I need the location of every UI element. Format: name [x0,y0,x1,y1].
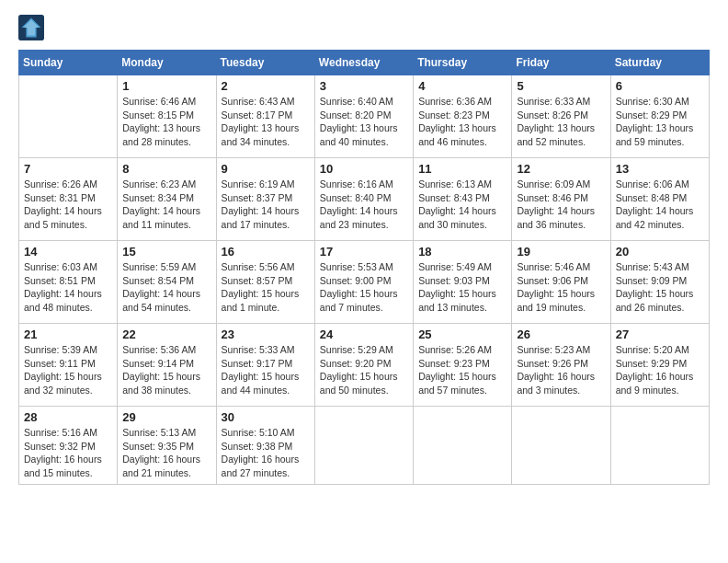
day-cell: 7Sunrise: 6:26 AMSunset: 8:31 PMDaylight… [19,158,118,241]
day-cell: 16Sunrise: 5:56 AMSunset: 8:57 PMDayligh… [216,241,314,324]
day-number: 13 [616,162,704,176]
day-number: 8 [122,162,210,176]
day-info: Sunrise: 6:16 AMSunset: 8:40 PMDaylight:… [320,178,408,232]
day-info: Sunrise: 5:59 AMSunset: 8:54 PMDaylight:… [122,260,210,315]
day-cell: 15Sunrise: 5:59 AMSunset: 8:54 PMDayligh… [118,241,216,324]
day-info: Sunrise: 5:33 AMSunset: 9:17 PMDaylight:… [222,343,310,397]
day-info: Sunrise: 6:19 AMSunset: 8:37 PMDaylight:… [222,178,310,232]
day-number: 19 [517,245,605,259]
day-info: Sunrise: 5:29 AMSunset: 9:20 PMDaylight:… [320,343,408,397]
day-info: Sunrise: 6:40 AMSunset: 8:20 PMDaylight:… [320,95,408,149]
day-info: Sunrise: 5:16 AMSunset: 9:32 PMDaylight:… [24,426,112,480]
day-cell: 9Sunrise: 6:19 AMSunset: 8:37 PMDaylight… [216,158,314,241]
day-info: Sunrise: 6:46 AMSunset: 8:15 PMDaylight:… [122,95,210,149]
day-number: 16 [222,245,310,259]
day-info: Sunrise: 6:26 AMSunset: 8:31 PMDaylight:… [24,178,112,232]
day-cell: 21Sunrise: 5:39 AMSunset: 9:11 PMDayligh… [19,324,118,407]
day-info: Sunrise: 6:06 AMSunset: 8:48 PMDaylight:… [616,178,704,232]
week-row: 28Sunrise: 5:16 AMSunset: 9:32 PMDayligh… [19,407,710,485]
day-number: 24 [320,327,408,341]
day-cell: 23Sunrise: 5:33 AMSunset: 9:17 PMDayligh… [216,324,314,407]
day-number: 10 [320,162,408,176]
day-number: 29 [122,410,210,424]
day-info: Sunrise: 6:13 AMSunset: 8:43 PMDaylight:… [418,178,506,232]
day-cell: 26Sunrise: 5:23 AMSunset: 9:26 PMDayligh… [512,324,610,407]
day-number: 26 [517,327,605,341]
day-info: Sunrise: 5:23 AMSunset: 9:26 PMDaylight:… [517,343,605,397]
day-cell: 14Sunrise: 6:03 AMSunset: 8:51 PMDayligh… [19,241,118,324]
day-number: 7 [24,162,112,176]
day-info: Sunrise: 6:03 AMSunset: 8:51 PMDaylight:… [24,260,112,315]
day-info: Sunrise: 6:33 AMSunset: 8:26 PMDaylight:… [517,95,605,149]
day-number: 21 [24,327,112,341]
logo-icon [18,15,44,40]
day-cell: 11Sunrise: 6:13 AMSunset: 8:43 PMDayligh… [414,158,512,241]
day-number: 18 [418,245,506,259]
day-number: 4 [418,79,506,93]
day-cell [414,407,512,485]
day-info: Sunrise: 6:43 AMSunset: 8:17 PMDaylight:… [222,95,310,149]
day-number: 6 [616,79,704,93]
header-cell: Wednesday [314,51,413,75]
page-header [18,15,710,40]
day-info: Sunrise: 5:53 AMSunset: 9:00 PMDaylight:… [320,260,408,315]
header-cell: Thursday [414,51,512,75]
day-cell: 6Sunrise: 6:30 AMSunset: 8:29 PMDaylight… [610,75,709,158]
day-info: Sunrise: 5:26 AMSunset: 9:23 PMDaylight:… [418,343,506,397]
day-cell: 20Sunrise: 5:43 AMSunset: 9:09 PMDayligh… [610,241,709,324]
day-number: 22 [122,327,210,341]
day-cell: 12Sunrise: 6:09 AMSunset: 8:46 PMDayligh… [512,158,610,241]
day-number: 28 [24,410,112,424]
day-cell: 29Sunrise: 5:13 AMSunset: 9:35 PMDayligh… [118,407,216,485]
calendar-body: 1Sunrise: 6:46 AMSunset: 8:15 PMDaylight… [19,75,710,485]
day-info: Sunrise: 5:39 AMSunset: 9:11 PMDaylight:… [24,343,112,397]
day-number: 17 [320,245,408,259]
day-info: Sunrise: 5:20 AMSunset: 9:29 PMDaylight:… [616,343,704,397]
header-cell: Saturday [610,51,709,75]
day-number: 3 [320,79,408,93]
day-cell: 18Sunrise: 5:49 AMSunset: 9:03 PMDayligh… [414,241,512,324]
day-info: Sunrise: 6:23 AMSunset: 8:34 PMDaylight:… [122,178,210,232]
day-info: Sunrise: 5:56 AMSunset: 8:57 PMDaylight:… [222,260,310,315]
header-cell: Tuesday [216,51,314,75]
header-cell: Friday [512,51,610,75]
day-cell: 5Sunrise: 6:33 AMSunset: 8:26 PMDaylight… [512,75,610,158]
day-info: Sunrise: 5:36 AMSunset: 9:14 PMDaylight:… [122,343,210,397]
day-number: 15 [122,245,210,259]
day-cell: 25Sunrise: 5:26 AMSunset: 9:23 PMDayligh… [414,324,512,407]
day-cell: 10Sunrise: 6:16 AMSunset: 8:40 PMDayligh… [314,158,413,241]
header-cell: Sunday [19,51,118,75]
day-number: 5 [517,79,605,93]
day-cell: 17Sunrise: 5:53 AMSunset: 9:00 PMDayligh… [314,241,413,324]
header-row: SundayMondayTuesdayWednesdayThursdayFrid… [19,51,710,75]
day-number: 11 [418,162,506,176]
day-number: 9 [222,162,310,176]
day-number: 12 [517,162,605,176]
day-cell [314,407,413,485]
day-info: Sunrise: 5:46 AMSunset: 9:06 PMDaylight:… [517,260,605,315]
day-info: Sunrise: 6:30 AMSunset: 8:29 PMDaylight:… [616,95,704,149]
calendar-table: SundayMondayTuesdayWednesdayThursdayFrid… [18,50,710,485]
week-row: 21Sunrise: 5:39 AMSunset: 9:11 PMDayligh… [19,324,710,407]
calendar-header: SundayMondayTuesdayWednesdayThursdayFrid… [19,51,710,75]
day-number: 30 [222,410,310,424]
day-cell: 3Sunrise: 6:40 AMSunset: 8:20 PMDaylight… [314,75,413,158]
day-cell: 2Sunrise: 6:43 AMSunset: 8:17 PMDaylight… [216,75,314,158]
day-cell: 28Sunrise: 5:16 AMSunset: 9:32 PMDayligh… [19,407,118,485]
day-cell [512,407,610,485]
week-row: 7Sunrise: 6:26 AMSunset: 8:31 PMDaylight… [19,158,710,241]
day-info: Sunrise: 5:49 AMSunset: 9:03 PMDaylight:… [418,260,506,315]
day-info: Sunrise: 5:10 AMSunset: 9:38 PMDaylight:… [222,426,310,480]
week-row: 14Sunrise: 6:03 AMSunset: 8:51 PMDayligh… [19,241,710,324]
day-cell [19,75,118,158]
day-info: Sunrise: 5:43 AMSunset: 9:09 PMDaylight:… [616,260,704,315]
day-cell: 4Sunrise: 6:36 AMSunset: 8:23 PMDaylight… [414,75,512,158]
day-cell [610,407,709,485]
day-number: 27 [616,327,704,341]
day-number: 1 [122,79,210,93]
day-cell: 1Sunrise: 6:46 AMSunset: 8:15 PMDaylight… [118,75,216,158]
header-cell: Monday [118,51,216,75]
day-cell: 8Sunrise: 6:23 AMSunset: 8:34 PMDaylight… [118,158,216,241]
day-number: 14 [24,245,112,259]
day-cell: 30Sunrise: 5:10 AMSunset: 9:38 PMDayligh… [216,407,314,485]
